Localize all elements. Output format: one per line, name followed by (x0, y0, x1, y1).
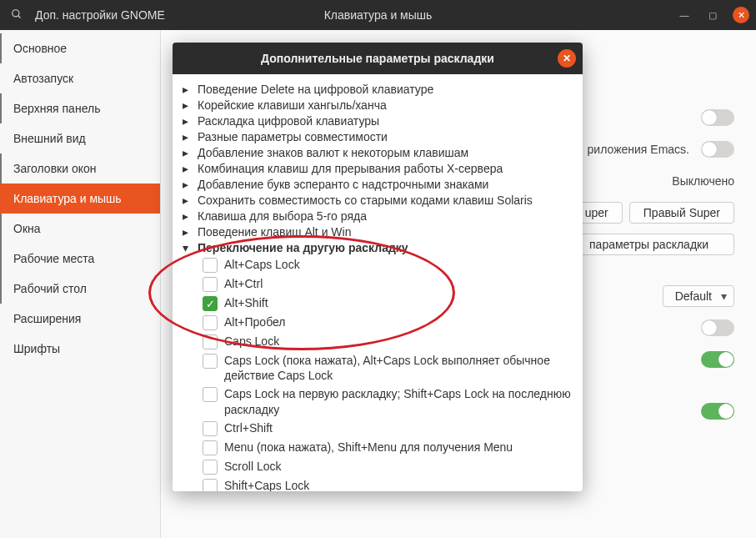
chevron-right-icon: ▸ (183, 194, 193, 207)
chevron-right-icon: ▸ (183, 162, 193, 175)
option-label: Caps Lock на первую раскладку; Shift+Cap… (224, 386, 573, 416)
search-icon[interactable] (7, 8, 27, 23)
chevron-down-icon: ▾ (183, 241, 193, 254)
tree-group-collapsed[interactable]: ▸Комбинация клавиш для прерывания работы… (183, 160, 573, 176)
tree-group-collapsed[interactable]: ▸Добавление знаков валют к некоторым кла… (183, 144, 573, 160)
option-label: Scroll Lock (224, 459, 281, 474)
option-label: Caps Lock (пока нажата), Alt+Caps Lock в… (224, 353, 573, 383)
sidebar-item[interactable]: Внешний вид (0, 123, 160, 153)
chevron-right-icon: ▸ (183, 178, 193, 191)
option-label: Alt+Shift (224, 295, 268, 310)
tree-group-collapsed[interactable]: ▸Поведение клавиш Alt и Win (183, 224, 573, 239)
switch-5[interactable] (701, 403, 734, 420)
minimize-button[interactable]: — (676, 7, 693, 23)
tree-group-expanded[interactable]: ▾Переключение на другую раскладку (183, 239, 573, 255)
layout-option[interactable]: Caps Lock (183, 332, 573, 351)
sidebar: ОсновноеАвтозапускВерхняя панельВнешний … (0, 30, 161, 538)
checkbox[interactable] (203, 334, 218, 349)
layout-option[interactable]: Ctrl+Shift (183, 419, 573, 438)
sidebar-item[interactable]: Основное (0, 33, 160, 63)
sidebar-item[interactable]: Шрифты (0, 334, 160, 364)
option-label: Menu (пока нажата), Shift+Menu для получ… (224, 440, 513, 455)
checkbox[interactable]: ✓ (203, 296, 218, 311)
layout-option[interactable]: ✓Alt+Shift (183, 294, 573, 313)
checkbox[interactable] (203, 387, 218, 402)
tree-group-collapsed[interactable]: ▸Поведение Delete на цифровой клавиатуре (183, 81, 573, 97)
option-label: Shift+Caps Lock (224, 478, 309, 491)
layout-option[interactable]: Alt+Ctrl (183, 274, 573, 294)
chevron-right-icon: ▸ (183, 146, 193, 159)
layout-option[interactable]: Shift+Caps Lock (183, 476, 573, 491)
sidebar-item[interactable]: Рабочий стол (0, 274, 160, 304)
tree-group-collapsed[interactable]: ▸Корейские клавиши хангыль/ханча (183, 97, 573, 113)
checkbox[interactable] (203, 277, 218, 292)
close-button[interactable]: ✕ (733, 7, 749, 23)
chevron-right-icon: ▸ (183, 114, 193, 128)
dialog-body: ▸Поведение Delete на цифровой клавиатуре… (173, 74, 583, 491)
checkbox[interactable] (203, 479, 218, 491)
layout-option[interactable]: Menu (пока нажата), Shift+Menu для получ… (183, 438, 573, 457)
switch-2[interactable] (701, 141, 734, 158)
default-select[interactable]: Default (663, 285, 734, 307)
chevron-right-icon: ▸ (183, 130, 193, 143)
checkbox[interactable] (203, 460, 218, 475)
tree-group-collapsed[interactable]: ▸Раскладка цифровой клавиатуры (183, 113, 573, 128)
checkbox[interactable] (203, 315, 218, 330)
layout-option[interactable]: Caps Lock (пока нажата), Alt+Caps Lock в… (183, 351, 573, 385)
layout-option[interactable]: Caps Lock на первую раскладку; Shift+Cap… (183, 385, 573, 418)
layout-option[interactable]: Alt+Caps Lock (183, 255, 573, 274)
tree-group-collapsed[interactable]: ▸Добавление букв эсперанто с надстрочным… (183, 176, 573, 192)
chevron-right-icon: ▸ (183, 98, 193, 112)
option-label: Caps Lock (224, 334, 279, 349)
chevron-right-icon: ▸ (183, 225, 193, 239)
checkbox[interactable] (203, 258, 218, 273)
chevron-right-icon: ▸ (183, 83, 193, 96)
app-title: Доп. настройки GNOME (35, 8, 165, 22)
option-label: Ctrl+Shift (224, 420, 273, 435)
tree-group-collapsed[interactable]: ▸Сохранить совместимость со старыми кода… (183, 192, 573, 208)
disabled-status: Выключено (672, 174, 734, 188)
option-label: Alt+Ctrl (224, 276, 263, 291)
checkbox[interactable] (203, 440, 218, 455)
checkbox[interactable] (203, 354, 218, 369)
titlebar: Доп. настройки GNOME Клавиатура и мышь —… (0, 0, 756, 30)
sidebar-item[interactable]: Окна (0, 214, 160, 244)
layout-options-dialog: Дополнительные параметры раскладки ✕ ▸По… (173, 43, 583, 491)
dialog-close-button[interactable]: ✕ (558, 49, 576, 68)
option-label: Alt+Caps Lock (224, 257, 300, 272)
sidebar-item[interactable]: Автозапуск (0, 63, 160, 93)
switch-3[interactable] (701, 319, 734, 336)
super-right-button[interactable]: Правый Super (629, 202, 734, 224)
maximize-button[interactable]: ▢ (704, 7, 721, 23)
checkbox[interactable] (203, 421, 218, 436)
layout-option[interactable]: Alt+Пробел (183, 313, 573, 332)
sidebar-item[interactable]: Клавиатура и мышь (0, 184, 160, 214)
switch-1[interactable] (701, 109, 734, 126)
window-controls: — ▢ ✕ (676, 7, 749, 23)
switch-4[interactable] (701, 351, 734, 368)
sidebar-item[interactable]: Рабочие места (0, 244, 160, 274)
dialog-title: Дополнительные параметры раскладки (261, 52, 494, 65)
sidebar-item[interactable]: Верхняя панель (0, 93, 160, 123)
extra-layout-button[interactable]: параметры раскладки (563, 234, 734, 255)
sidebar-item[interactable]: Расширения (0, 304, 160, 334)
sidebar-item[interactable]: Заголовки окон (0, 153, 160, 184)
layout-option[interactable]: Scroll Lock (183, 457, 573, 476)
tree-group-collapsed[interactable]: ▸Разные параметры совместимости (183, 128, 573, 144)
option-label: Alt+Пробел (224, 314, 286, 329)
svg-point-0 (13, 9, 19, 16)
emacs-hint-label: риложения Emacs. (588, 143, 689, 156)
tree-group-collapsed[interactable]: ▸Клавиша для выбора 5-го ряда (183, 208, 573, 224)
dialog-header: Дополнительные параметры раскладки ✕ (173, 43, 583, 74)
svg-line-1 (18, 15, 21, 18)
chevron-right-icon: ▸ (183, 209, 193, 223)
